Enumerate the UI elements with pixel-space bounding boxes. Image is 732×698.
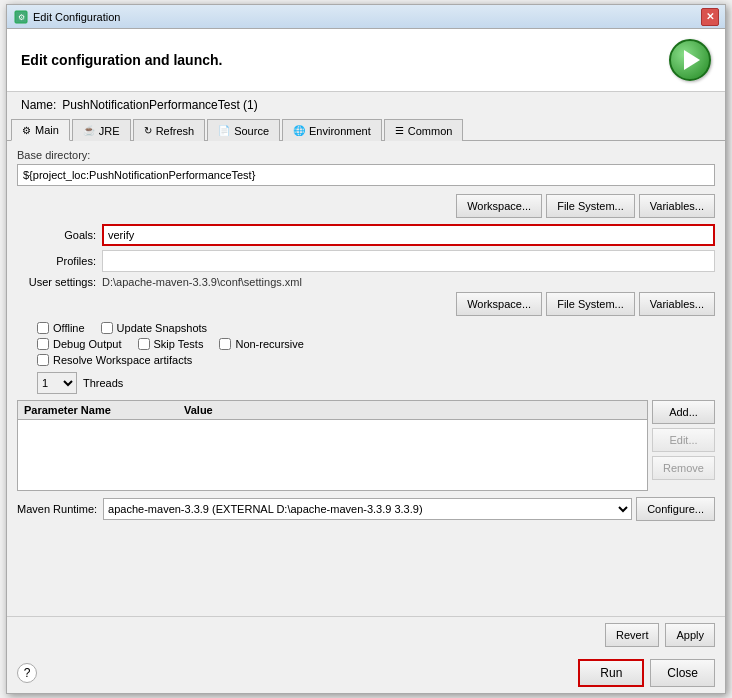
base-directory-label: Base directory: <box>17 149 715 161</box>
checkbox-row-1: Offline Update Snapshots <box>37 322 715 334</box>
source-tab-icon: 📄 <box>218 125 230 136</box>
table-col-value-header: Value <box>184 404 213 416</box>
skip-tests-checkbox-item[interactable]: Skip Tests <box>138 338 204 350</box>
name-row: Name: PushNotificationPerformanceTest (1… <box>7 92 725 118</box>
table-header: Parameter Name Value <box>18 401 647 420</box>
debug-output-checkbox-item[interactable]: Debug Output <box>37 338 122 350</box>
tab-source-label: Source <box>234 125 269 137</box>
configure-button[interactable]: Configure... <box>636 497 715 521</box>
close-button[interactable]: Close <box>650 659 715 687</box>
tab-environment-label: Environment <box>309 125 371 137</box>
main-tab-icon: ⚙ <box>22 125 31 136</box>
non-recursive-checkbox[interactable] <box>219 338 231 350</box>
maven-runtime-label: Maven Runtime: <box>17 503 97 515</box>
parameter-table: Parameter Name Value <box>17 400 648 491</box>
skip-tests-label: Skip Tests <box>154 338 204 350</box>
update-snapshots-checkbox[interactable] <box>101 322 113 334</box>
workspace-button-1[interactable]: Workspace... <box>456 194 542 218</box>
help-button[interactable]: ? <box>17 663 37 683</box>
variables-button-2[interactable]: Variables... <box>639 292 715 316</box>
play-button[interactable] <box>669 39 711 81</box>
dialog-icon: ⚙ <box>13 9 29 25</box>
tab-jre[interactable]: ☕ JRE <box>72 119 131 141</box>
base-directory-input[interactable] <box>17 164 715 186</box>
maven-runtime-select[interactable]: apache-maven-3.3.9 (EXTERNAL D:\apache-m… <box>103 498 632 520</box>
tab-main-label: Main <box>35 124 59 136</box>
table-col-name-header: Parameter Name <box>24 404 184 416</box>
variables-button-1[interactable]: Variables... <box>639 194 715 218</box>
configuration-name: PushNotificationPerformanceTest (1) <box>62 98 257 112</box>
tab-common-label: Common <box>408 125 453 137</box>
user-settings-value: D:\apache-maven-3.3.9\conf\settings.xml <box>102 276 302 288</box>
profiles-label: Profiles: <box>17 255 102 267</box>
offline-label: Offline <box>53 322 85 334</box>
resolve-workspace-label: Resolve Workspace artifacts <box>53 354 192 366</box>
jre-tab-icon: ☕ <box>83 125 95 136</box>
table-buttons: Add... Edit... Remove <box>652 400 715 491</box>
apply-button[interactable]: Apply <box>665 623 715 647</box>
svg-text:⚙: ⚙ <box>18 13 25 22</box>
resolve-workspace-checkbox-item[interactable]: Resolve Workspace artifacts <box>37 354 192 366</box>
checkbox-row-2: Debug Output Skip Tests Non-recursive <box>37 338 715 350</box>
tab-common[interactable]: ☰ Common <box>384 119 464 141</box>
refresh-tab-icon: ↻ <box>144 125 152 136</box>
footer-bar: ? Run Close <box>7 653 725 693</box>
user-settings-row: User settings: D:\apache-maven-3.3.9\con… <box>17 276 715 288</box>
workspace-button-2[interactable]: Workspace... <box>456 292 542 316</box>
tabs-bar: ⚙ Main ☕ JRE ↻ Refresh 📄 Source 🌐 Enviro… <box>7 118 725 141</box>
title-bar: ⚙ Edit Configuration ✕ <box>7 5 725 29</box>
tab-refresh[interactable]: ↻ Refresh <box>133 119 206 141</box>
non-recursive-label: Non-recursive <box>235 338 303 350</box>
table-body[interactable] <box>18 420 647 490</box>
debug-output-label: Debug Output <box>53 338 122 350</box>
env-tab-icon: 🌐 <box>293 125 305 136</box>
threads-label: Threads <box>83 377 123 389</box>
tab-jre-label: JRE <box>99 125 120 137</box>
user-settings-buttons: Workspace... File System... Variables... <box>17 292 715 316</box>
dialog-header-title: Edit configuration and launch. <box>21 52 222 68</box>
resolve-workspace-checkbox[interactable] <box>37 354 49 366</box>
tab-refresh-label: Refresh <box>156 125 195 137</box>
threads-select[interactable]: 1 2 4 <box>37 372 77 394</box>
checkbox-row-3: Resolve Workspace artifacts <box>37 354 715 366</box>
filesystem-button-2[interactable]: File System... <box>546 292 635 316</box>
offline-checkbox-item[interactable]: Offline <box>37 322 85 334</box>
revert-button[interactable]: Revert <box>605 623 659 647</box>
maven-runtime-row: Maven Runtime: apache-maven-3.3.9 (EXTER… <box>17 497 715 521</box>
goals-label: Goals: <box>17 229 102 241</box>
parameter-table-wrapper: Parameter Name Value Add... Edit... Remo… <box>17 400 715 491</box>
base-dir-buttons: Workspace... File System... Variables... <box>17 194 715 218</box>
threads-row: 1 2 4 Threads <box>37 372 715 394</box>
title-bar-text: Edit Configuration <box>33 11 701 23</box>
checkboxes-section: Offline Update Snapshots Debug Output Sk… <box>37 322 715 366</box>
tab-environment[interactable]: 🌐 Environment <box>282 119 382 141</box>
play-icon <box>684 50 700 70</box>
profiles-input[interactable] <box>102 250 715 272</box>
remove-button[interactable]: Remove <box>652 456 715 480</box>
tab-main[interactable]: ⚙ Main <box>11 119 70 141</box>
non-recursive-checkbox-item[interactable]: Non-recursive <box>219 338 303 350</box>
dialog-header: Edit configuration and launch. <box>7 29 725 92</box>
name-label: Name: <box>21 98 56 112</box>
bottom-bar: Revert Apply <box>7 616 725 653</box>
update-snapshots-checkbox-item[interactable]: Update Snapshots <box>101 322 208 334</box>
user-settings-label: User settings: <box>17 276 102 288</box>
tab-source[interactable]: 📄 Source <box>207 119 280 141</box>
dialog-window: ⚙ Edit Configuration ✕ Edit configuratio… <box>6 4 726 694</box>
goals-input[interactable] <box>102 224 715 246</box>
debug-output-checkbox[interactable] <box>37 338 49 350</box>
window-close-button[interactable]: ✕ <box>701 8 719 26</box>
common-tab-icon: ☰ <box>395 125 404 136</box>
goals-row: Goals: <box>17 224 715 246</box>
content-area: Base directory: Workspace... File System… <box>7 141 725 616</box>
skip-tests-checkbox[interactable] <box>138 338 150 350</box>
offline-checkbox[interactable] <box>37 322 49 334</box>
update-snapshots-label: Update Snapshots <box>117 322 208 334</box>
edit-button[interactable]: Edit... <box>652 428 715 452</box>
run-button[interactable]: Run <box>578 659 644 687</box>
add-button[interactable]: Add... <box>652 400 715 424</box>
profiles-row: Profiles: <box>17 250 715 272</box>
filesystem-button-1[interactable]: File System... <box>546 194 635 218</box>
